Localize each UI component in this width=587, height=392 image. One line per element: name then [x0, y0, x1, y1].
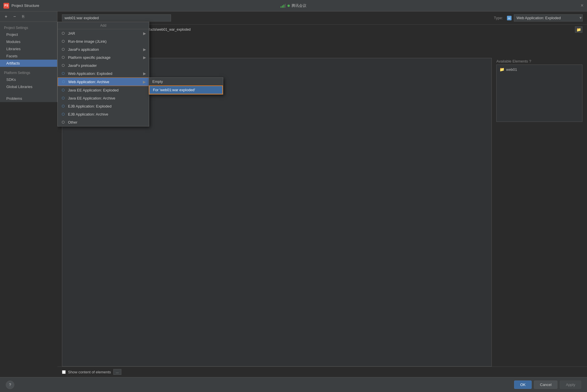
web-exploded-icon: ⬡	[61, 71, 66, 76]
sidebar: Project Settings Project Modules Librari…	[0, 22, 57, 102]
web-archive-arrow: ▶	[143, 80, 146, 84]
left-panel: + − ⎘ Project Settings Project Modules L…	[0, 11, 57, 377]
type-select-wrapper: W Web Application: Exploded Web Applicat…	[506, 14, 582, 22]
platform-settings-label: Platform Settings	[0, 69, 57, 76]
copy-button[interactable]: ⎘	[20, 13, 27, 20]
sidebar-item-problems[interactable]: Problems	[0, 95, 57, 102]
app-icon: PS	[3, 3, 9, 9]
web-archive-icon: ⬡	[61, 79, 66, 84]
menu-item-ejb-exploded[interactable]: ⬡ EJB Application: Exploded	[58, 102, 149, 110]
help-button[interactable]: ?	[6, 381, 14, 389]
available-elements-panel: Available Elements ? 📁 web01	[496, 58, 582, 366]
submenu-for-web01[interactable]: For 'web01:war exploded'	[149, 85, 223, 94]
svg-text:W: W	[508, 17, 511, 20]
ejb-archive-icon: ⬡	[61, 112, 66, 117]
title-bar: PS Project Structure 腾讯会议 ×	[0, 0, 587, 11]
sidebar-item-libraries[interactable]: Libraries	[0, 45, 57, 52]
web01-tree-item[interactable]: 📁 web01	[498, 67, 580, 72]
web-exploded-arrow: ▶	[143, 71, 146, 76]
javafx-arrow: ▶	[143, 47, 146, 52]
status-dot	[287, 5, 290, 7]
submenu-empty[interactable]: Empty	[149, 78, 223, 85]
main-container: + − ⎘ Project Settings Project Modules L…	[0, 11, 587, 377]
footer: ? OK Cancel Apply	[0, 377, 587, 392]
sidebar-item-project[interactable]: Project	[0, 31, 57, 38]
menu-item-jar[interactable]: ⬡ JAR ▶	[58, 29, 149, 37]
add-dropdown-overlay: Add ⬡ JAR ▶ ⬡ Run-time image (JLink) ⬡ J…	[57, 22, 149, 126]
add-menu-header: Add	[58, 22, 149, 29]
available-elements-label: Available Elements ?	[496, 58, 582, 65]
other-icon: ⬡	[61, 120, 66, 125]
web-type-icon: W	[506, 15, 512, 21]
menu-item-runtime-image[interactable]: ⬡ Run-time image (JLink)	[58, 37, 149, 45]
close-button[interactable]: ×	[580, 3, 584, 9]
show-content-checkbox[interactable]	[62, 370, 66, 374]
artifact-name-input[interactable]	[62, 14, 171, 22]
bottom-bar: Show content of elements ...	[57, 366, 587, 377]
ellipsis-button[interactable]: ...	[113, 369, 121, 375]
apply-button[interactable]: Apply	[560, 381, 581, 389]
menu-item-ejb-archive[interactable]: ⬡ EJB Application: Archive	[58, 110, 149, 118]
output-dir-path: F:\java19\day28[servlet01]\code\web01\ou…	[77, 28, 573, 32]
cancel-button[interactable]: Cancel	[534, 381, 557, 389]
remove-button[interactable]: −	[11, 13, 18, 20]
jar-arrow: ▶	[143, 31, 146, 36]
menu-item-other[interactable]: ⬡ Other	[58, 118, 149, 126]
type-dropdown[interactable]: Web Application: Exploded Web Applicatio…	[514, 14, 583, 22]
preloader-icon: ⬡	[61, 63, 66, 68]
menu-item-javaee-archive[interactable]: ⬡ Java EE Application: Archive	[58, 94, 149, 102]
jar-icon: ⬡	[61, 31, 66, 36]
menu-item-web-archive[interactable]: ⬡ Web Application: Archive ▶ Empty For '…	[58, 77, 149, 86]
sidebar-item-sdks[interactable]: SDKs	[0, 76, 57, 83]
add-menu: Add ⬡ JAR ▶ ⬡ Run-time image (JLink) ⬡ J…	[57, 22, 149, 126]
sidebar-item-facets[interactable]: Facets	[0, 52, 57, 60]
menu-item-javafx-preloader[interactable]: ⬡ JavaFx preloader	[58, 61, 149, 69]
javaee-exploded-icon: ⬡	[61, 87, 66, 93]
platform-icon: ⬡	[61, 55, 66, 60]
signal-icon	[281, 4, 286, 8]
browse-folder-button[interactable]: 📁	[575, 26, 582, 33]
javafx-icon: ⬡	[61, 47, 66, 52]
menu-item-platform-package[interactable]: ⬡ Platform specific package ▶	[58, 53, 149, 61]
runtime-icon: ⬡	[61, 39, 66, 44]
menu-item-web-exploded[interactable]: ⬡ Web Application: Exploded ▶	[58, 69, 149, 77]
web-archive-submenu: Empty For 'web01:war exploded'	[149, 77, 223, 95]
add-button[interactable]: +	[2, 13, 10, 20]
menu-item-javafx-app[interactable]: ⬡ JavaFx application ▶	[58, 45, 149, 53]
menu-item-javaee-exploded[interactable]: ⬡ Java EE Application: Exploded	[58, 86, 149, 94]
available-elements-tree: 📁 web01	[496, 65, 582, 122]
ok-button[interactable]: OK	[514, 381, 532, 389]
title-bar-center: 腾讯会议	[281, 3, 306, 8]
sidebar-item-modules[interactable]: Modules	[0, 38, 57, 45]
sidebar-item-artifacts[interactable]: Artifacts	[0, 60, 57, 67]
type-label: Type:	[494, 16, 503, 20]
sidebar-toolbar: + − ⎘	[0, 11, 57, 22]
show-content-label: Show content of elements	[68, 370, 111, 374]
center-app-name: 腾讯会议	[291, 3, 306, 8]
window-title: Project Structure	[11, 3, 39, 8]
javaee-archive-icon: ⬡	[61, 95, 66, 101]
ejb-exploded-icon: ⬡	[61, 104, 66, 109]
sidebar-item-global-libraries[interactable]: Global Libraries	[0, 83, 57, 90]
project-settings-label: Project Settings	[0, 24, 57, 31]
help-icon[interactable]: ?	[529, 59, 531, 63]
folder-icon: 📁	[499, 67, 504, 72]
platform-arrow: ▶	[143, 55, 146, 60]
